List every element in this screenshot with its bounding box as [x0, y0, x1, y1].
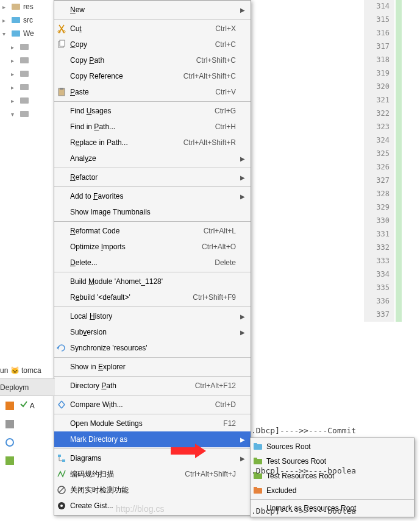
tree-item[interactable]: ▸ src — [0, 13, 55, 27]
menu-item-label: Subversion — [69, 328, 236, 336]
folder-icon — [20, 42, 29, 52]
collapse-arrow[interactable]: ▾ — [11, 111, 20, 118]
menu-item-find-usages[interactable]: Find UsagesCtrl+G — [54, 103, 251, 119]
svg-rect-34 — [5, 456, 14, 465]
expand-arrow[interactable]: ▸ — [2, 17, 11, 24]
menu-item-directory-path[interactable]: Directory PathCtrl+Alt+F12 — [54, 378, 251, 394]
menu-item-synchronize-resources[interactable]: Synchronize 'resources' — [54, 340, 251, 356]
menu-item-copy-path[interactable]: Copy PathCtrl+Shift+C — [54, 52, 251, 68]
svg-rect-6 — [20, 84, 29, 90]
code-line: .Dbcp]---->>----boolea — [251, 505, 356, 518]
tree-item[interactable]: ▸ — [0, 54, 55, 67]
menu-item-label: Local History — [69, 312, 236, 321]
folder-icon — [11, 15, 21, 25]
menu-item-replace-in-path[interactable]: Replace in Path...Ctrl+Alt+Shift+R — [54, 135, 251, 151]
menu-item-copy-reference[interactable]: Copy ReferenceCtrl+Alt+Shift+C — [54, 68, 251, 84]
bottom-panel: un 🐱 tomca Deploym A — [0, 362, 55, 470]
menu-item-delete[interactable]: Delete...Delete — [54, 255, 251, 271]
folder-icon — [11, 29, 21, 38]
menu-item-analyze[interactable]: Analyze▶ — [54, 151, 251, 166]
menu-item-reformat-code[interactable]: Reformat CodeCtrl+Alt+L — [54, 223, 251, 239]
line-number: 317 — [364, 40, 394, 54]
menu-item-mark-directory-as[interactable]: Mark Directory as▶ — [54, 431, 251, 447]
editor-gutter: 3143153163173183193203213223233243253263… — [364, 0, 394, 322]
line-number: 323 — [364, 121, 394, 134]
collapse-arrow[interactable]: ▾ — [2, 30, 11, 37]
run-tab-label: un 🐱 tomca — [0, 366, 41, 375]
menu-separator — [54, 414, 251, 414]
menu-separator — [54, 19, 251, 19]
menu-item-optimize-imports[interactable]: Optimize ImportsCtrl+Alt+O — [54, 239, 251, 255]
svg-rect-8 — [20, 111, 29, 117]
menu-item-label: Reformat Code — [69, 227, 204, 235]
menu-separator — [54, 221, 251, 222]
svg-point-21 — [60, 505, 63, 507]
svg-rect-3 — [20, 44, 29, 50]
menu-item-paste[interactable]: PasteCtrl+V — [54, 84, 251, 100]
folder-icon — [20, 69, 29, 79]
run-tab[interactable]: un 🐱 tomca — [0, 362, 55, 379]
menu-shortcut: Delete — [215, 258, 238, 267]
menu-item-subversion[interactable]: Subversion▶ — [54, 324, 251, 340]
menu-separator — [54, 101, 251, 102]
menu-item-refactor[interactable]: Refactor▶ — [54, 169, 251, 185]
line-number: 319 — [364, 67, 394, 80]
svg-marker-15 — [57, 346, 59, 350]
cut-icon — [54, 24, 69, 34]
expand-arrow[interactable]: ▸ — [11, 44, 20, 51]
submenu-arrow-icon: ▶ — [238, 155, 247, 162]
expand-arrow[interactable]: ▸ — [11, 71, 20, 77]
submenu-arrow-icon: ▶ — [238, 174, 247, 181]
menu-item-cut[interactable]: CutCtrl+X — [54, 21, 251, 37]
menu-item-build-module-ahomet-1128[interactable]: Build Module 'Ahomet_1128' — [54, 274, 251, 289]
menu-item-open-module-settings[interactable]: Open Module SettingsF12 — [54, 416, 251, 431]
toolbar-button[interactable] — [1, 416, 18, 433]
toolbar-button[interactable] — [1, 452, 18, 469]
menu-item-local-history[interactable]: Local History▶ — [54, 308, 251, 324]
block-icon — [54, 485, 69, 495]
svg-rect-12 — [60, 40, 65, 46]
menu-item-[interactable]: 关闭实时检测功能 — [54, 482, 251, 498]
tree-item[interactable]: ▸ — [0, 40, 55, 54]
menu-item-[interactable]: 编码规约扫描Ctrl+Alt+Shift+J — [54, 466, 251, 482]
svg-rect-5 — [20, 71, 29, 77]
line-number: 316 — [364, 27, 394, 40]
expand-arrow[interactable]: ▸ — [11, 84, 20, 91]
expand-arrow[interactable]: ▸ — [11, 97, 20, 104]
tree-item[interactable]: ▸ — [0, 67, 55, 80]
folder-icon — [20, 96, 29, 105]
menu-shortcut: Ctrl+Alt+F12 — [195, 381, 238, 390]
tree-item[interactable]: ▸ — [0, 80, 55, 94]
menu-item-show-in-explorer[interactable]: Show in Explorer — [54, 359, 251, 375]
tree-item[interactable]: ▾ — [0, 107, 55, 121]
tree-item[interactable]: ▸ res — [0, 0, 55, 13]
menu-item-add-to-favorites[interactable]: Add to Favorites▶ — [54, 188, 251, 204]
menu-item-rebuild-default[interactable]: Rebuild '<default>'Ctrl+Shift+F9 — [54, 289, 251, 305]
tree-item[interactable]: ▾ We — [0, 27, 55, 40]
menu-shortcut: Ctrl+Alt+O — [202, 243, 238, 251]
menu-item-find-in-path[interactable]: Find in Path...Ctrl+H — [54, 119, 251, 135]
menu-item-label: Open Module Settings — [69, 419, 223, 428]
toolbar-button[interactable] — [1, 397, 18, 414]
menu-item-diagrams[interactable]: Diagrams▶ — [54, 450, 251, 466]
line-number: 321 — [364, 94, 394, 107]
menu-item-show-image-thumbnails[interactable]: Show Image Thumbnails — [54, 204, 251, 220]
svg-rect-32 — [5, 420, 14, 428]
deployment-tab[interactable]: Deploym — [0, 379, 55, 396]
menu-shortcut: Ctrl+Alt+Shift+C — [183, 72, 238, 80]
menu-item-label: Find in Path... — [69, 122, 215, 131]
line-number: 326 — [364, 161, 394, 174]
menu-item-copy[interactable]: CopyCtrl+C — [54, 37, 251, 52]
line-number: 334 — [364, 268, 394, 282]
expand-arrow[interactable]: ▸ — [2, 4, 11, 10]
tree-item[interactable]: ▸ — [0, 94, 55, 107]
menu-item-label: Replace in Path... — [69, 138, 183, 147]
menu-item-compare-with[interactable]: Compare With...Ctrl+D — [54, 397, 251, 413]
sync-button[interactable] — [1, 434, 18, 451]
tree-label: res — [23, 2, 34, 11]
expand-arrow[interactable]: ▸ — [11, 57, 20, 64]
menu-separator — [54, 272, 251, 272]
menu-item-new[interactable]: New▶ — [54, 2, 251, 18]
svg-rect-31 — [5, 402, 14, 410]
check-icon — [20, 400, 28, 408]
